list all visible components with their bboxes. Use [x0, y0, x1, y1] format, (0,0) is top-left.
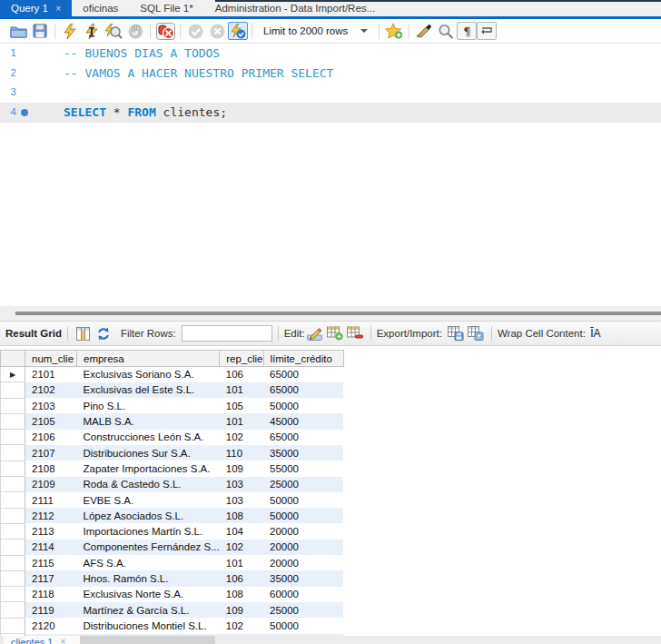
row-selector-header[interactable]: [1, 351, 25, 367]
import-grid-icon[interactable]: [466, 324, 486, 342]
editor-result-splitter[interactable]: [0, 306, 661, 321]
cell[interactable]: EVBE S.A.: [77, 492, 220, 508]
cell[interactable]: 65000: [263, 382, 343, 398]
cell[interactable]: 105: [220, 398, 263, 413]
cell[interactable]: 50000: [263, 492, 343, 508]
editor-line[interactable]: 1-- BUENOS DIAS A TODOS: [0, 44, 661, 64]
result-scrollbar-thumb[interactable]: [80, 636, 215, 644]
cell[interactable]: 45000: [263, 413, 343, 429]
cell[interactable]: 55000: [263, 461, 343, 476]
limit-rows-select[interactable]: Limit to 2000 rows: [256, 21, 375, 41]
add-row-icon[interactable]: [325, 324, 345, 342]
row-selector[interactable]: [1, 602, 25, 618]
row-selector[interactable]: [1, 618, 25, 633]
cell[interactable]: 50000: [263, 398, 343, 413]
wrap-cell-icon[interactable]: ĪA: [586, 324, 606, 342]
cell[interactable]: 65000: [263, 367, 343, 382]
cell[interactable]: 20000: [263, 555, 343, 570]
cell[interactable]: 2119: [25, 602, 77, 618]
cell[interactable]: 101: [220, 413, 263, 429]
cell[interactable]: 102: [220, 618, 263, 633]
cell[interactable]: Importaciones Martín S.L.: [77, 523, 220, 539]
cell[interactable]: Construcciones León S.A.: [77, 430, 220, 445]
cell[interactable]: 25000: [263, 477, 343, 492]
table-row[interactable]: 2117Hnos. Ramón S.L.10635000: [1, 570, 344, 586]
cell[interactable]: Distribuciones Montiel S.L.: [77, 618, 220, 633]
table-row[interactable]: 2113Importaciones Martín S.L.10420000: [1, 523, 344, 539]
tab-administration[interactable]: Administration - Data Import/Res...: [204, 0, 386, 16]
cell[interactable]: López Asociados S.L.: [77, 508, 220, 523]
cell[interactable]: 2103: [25, 398, 77, 413]
cell[interactable]: Zapater Importaciones S.A.: [77, 461, 220, 476]
tab-oficinas[interactable]: oficinas: [72, 0, 129, 16]
execute-current-icon[interactable]: [81, 21, 103, 41]
cell[interactable]: 104: [220, 523, 263, 539]
table-row[interactable]: 2115AFS S.A.10120000: [1, 555, 344, 570]
cell[interactable]: 2115: [25, 555, 77, 570]
cell[interactable]: 2101: [25, 367, 77, 382]
cell[interactable]: 2112: [25, 508, 77, 523]
refresh-icon[interactable]: [94, 324, 113, 342]
cell[interactable]: Exclusivas Norte S.A.: [77, 587, 220, 602]
execute-icon[interactable]: [59, 21, 81, 41]
table-row[interactable]: 2106Construcciones León S.A.10265000: [1, 430, 344, 445]
table-row[interactable]: 2107Distribuciones Sur S.A.11035000: [1, 445, 344, 461]
toggle-autocommit-icon[interactable]: [228, 22, 248, 40]
cell[interactable]: 2102: [25, 382, 77, 398]
cell[interactable]: 50000: [263, 618, 343, 633]
delete-row-icon[interactable]: [345, 324, 365, 342]
cell[interactable]: 35000: [263, 445, 343, 461]
row-selector[interactable]: [1, 540, 25, 555]
cell[interactable]: 25000: [263, 602, 343, 618]
table-row[interactable]: 2118Exclusivas Norte S.A.10860000: [1, 587, 344, 602]
table-row[interactable]: 2114Componentes Fernández S...10220000: [1, 540, 344, 555]
beautify-icon[interactable]: [413, 21, 435, 41]
cell[interactable]: 20000: [263, 540, 343, 555]
cell[interactable]: 2111: [25, 492, 77, 508]
cell[interactable]: Pino S.L.: [77, 398, 220, 413]
export-grid-icon[interactable]: [446, 324, 466, 342]
cell[interactable]: 106: [220, 570, 263, 586]
cell[interactable]: AFS S.A.: [77, 555, 220, 570]
row-selector[interactable]: [1, 461, 25, 476]
tab-query-1[interactable]: Query 1 ×: [0, 0, 72, 16]
row-selector[interactable]: [1, 477, 25, 492]
row-selector[interactable]: [1, 555, 25, 570]
row-selector[interactable]: [1, 445, 25, 461]
cell[interactable]: 103: [220, 492, 263, 508]
row-selector[interactable]: [1, 570, 25, 586]
table-row[interactable]: 2119Martínez & García S.L.10925000: [1, 602, 344, 618]
cell[interactable]: 2109: [25, 477, 77, 492]
row-selector[interactable]: [1, 508, 25, 523]
row-selector[interactable]: [1, 523, 25, 539]
cell[interactable]: 110: [220, 445, 263, 461]
cell[interactable]: 101: [220, 382, 263, 398]
cell[interactable]: 2107: [25, 445, 77, 461]
row-selector[interactable]: [1, 587, 25, 602]
horizontal-scrollbar-thumb[interactable]: [15, 312, 661, 315]
cell[interactable]: Roda & Castedo S.L.: [77, 477, 220, 492]
wrap-text-icon[interactable]: [477, 22, 497, 40]
cell[interactable]: Exclusivas Soriano S.A.: [77, 367, 220, 382]
cell[interactable]: 106: [220, 367, 263, 382]
cell[interactable]: 108: [220, 587, 263, 602]
cell[interactable]: Exclusivas del Este S.L.: [77, 382, 220, 398]
cell[interactable]: 2118: [25, 587, 77, 602]
cell[interactable]: 109: [220, 602, 263, 618]
cell[interactable]: 102: [220, 430, 263, 445]
cell[interactable]: 60000: [263, 587, 343, 602]
row-selector[interactable]: [1, 430, 25, 445]
table-row[interactable]: 2111EVBE S.A.10350000: [1, 492, 344, 508]
cell[interactable]: 2117: [25, 570, 77, 586]
cell[interactable]: 108: [220, 508, 263, 523]
editor-line[interactable]: 3: [0, 83, 661, 103]
cell[interactable]: 50000: [263, 508, 343, 523]
table-row[interactable]: 2105MALB S.A.10145000: [1, 413, 344, 429]
cell[interactable]: MALB S.A.: [77, 413, 220, 429]
cell[interactable]: 109: [220, 461, 263, 476]
table-row[interactable]: 2102Exclusivas del Este S.L.10165000: [1, 382, 344, 398]
new-snippet-icon[interactable]: [383, 21, 405, 41]
cell[interactable]: 101: [220, 555, 263, 570]
row-selector[interactable]: [1, 382, 25, 398]
row-selector[interactable]: [1, 492, 25, 508]
